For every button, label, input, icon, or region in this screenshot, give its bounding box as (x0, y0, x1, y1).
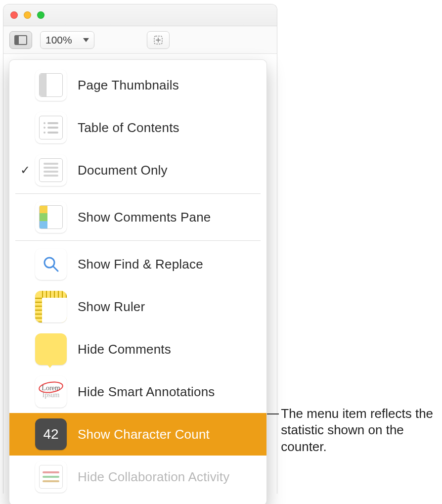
chevron-down-icon (83, 38, 89, 42)
menu-item-document-only[interactable]: ✓ Document Only (9, 149, 266, 191)
menu-item-label: Show Ruler (78, 299, 145, 315)
menu-item-label: Page Thumbnails (78, 78, 179, 93)
window-close-button[interactable] (10, 11, 18, 19)
window-minimize-button[interactable] (24, 11, 31, 19)
find-replace-icon (35, 248, 67, 280)
ruler-icon (35, 291, 67, 322)
callout-annotation: The menu item reflects the statistic sho… (267, 406, 440, 455)
titlebar (3, 4, 277, 26)
svg-line-2 (53, 267, 58, 271)
count-badge-value: 42 (43, 426, 58, 442)
document-only-icon (35, 154, 67, 186)
collaboration-activity-icon (35, 461, 67, 493)
callout-leader-line (267, 413, 279, 414)
menu-item-label: Document Only (78, 163, 168, 178)
menu-item-label: Hide Comments (78, 342, 171, 357)
zoom-dropdown[interactable]: 100% (40, 31, 94, 49)
menu-item-hide-smart-annotations[interactable]: LoremIpsum Hide Smart Annotations (9, 370, 266, 413)
comments-note-icon (35, 333, 67, 365)
menu-item-label: Hide Smart Annotations (78, 384, 215, 400)
menu-item-show-comments-pane[interactable]: Show Comments Pane (9, 196, 266, 238)
menu-separator (15, 193, 261, 194)
menu-item-hide-collaboration-activity: Hide Collaboration Activity (9, 456, 266, 498)
zoom-value: 100% (45, 34, 72, 46)
plus-icon (153, 35, 163, 45)
menu-item-table-of-contents[interactable]: Table of Contents (9, 106, 266, 149)
comments-pane-icon (35, 201, 67, 233)
page-thumbnails-icon (35, 69, 67, 101)
menu-item-label: Table of Contents (78, 120, 179, 136)
sidebar-icon (14, 35, 27, 45)
checkmark-icon: ✓ (15, 163, 35, 177)
table-of-contents-icon (35, 112, 67, 143)
insert-button[interactable] (147, 31, 170, 49)
menu-item-label: Show Character Count (78, 427, 210, 442)
menu-item-show-character-count[interactable]: 42 Show Character Count (9, 413, 266, 456)
window-zoom-button[interactable] (37, 11, 44, 19)
menu-item-page-thumbnails[interactable]: Page Thumbnails (9, 64, 266, 106)
menu-item-label: Hide Collaboration Activity (78, 469, 229, 485)
view-menu-dropdown: Page Thumbnails Table of Contents ✓ Docu… (9, 59, 267, 504)
menu-separator (15, 240, 261, 241)
callout-text: The menu item reflects the statistic sho… (281, 406, 440, 455)
toolbar: 100% (3, 26, 277, 54)
menu-item-label: Show Find & Replace (78, 257, 203, 272)
menu-item-hide-comments[interactable]: Hide Comments (9, 328, 266, 370)
menu-item-label: Show Comments Pane (78, 210, 211, 225)
menu-item-show-ruler[interactable]: Show Ruler (9, 285, 266, 328)
search-icon (41, 254, 61, 274)
character-count-icon: 42 (35, 418, 67, 450)
smart-annotations-icon: LoremIpsum (35, 376, 67, 408)
view-menu-button[interactable] (9, 31, 32, 49)
menu-item-show-find-replace[interactable]: Show Find & Replace (9, 243, 266, 285)
